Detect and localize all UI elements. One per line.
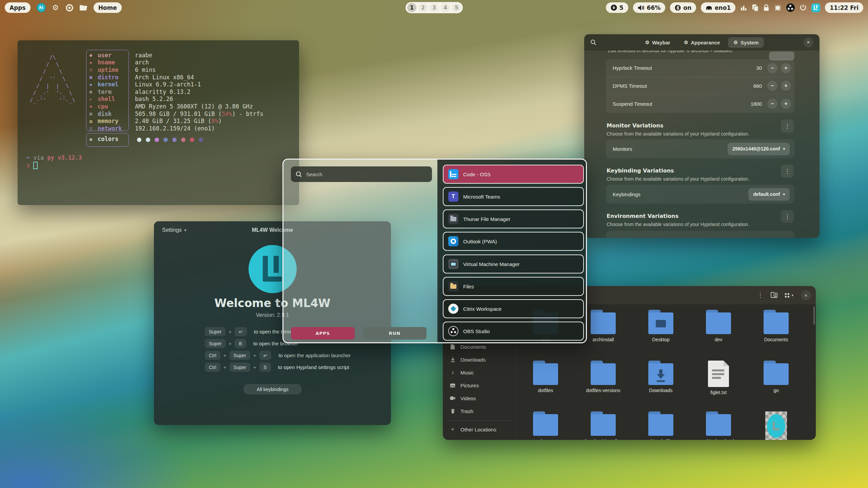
kebab-menu-icon[interactable]: ⋮ [781,165,794,178]
updates-icon [611,4,617,11]
app-item-files[interactable]: Files [443,277,584,296]
settings-gear-icon[interactable]: ⚙ [52,4,60,12]
app-item-code-oss[interactable]: Code - OSS [443,165,584,184]
starburst-icon[interactable] [774,4,782,12]
fastfetch-output: ●userraabe ▪hnamearch ◷uptime6 mins ▦dis… [90,52,263,132]
sidebar-item-pictures[interactable]: Pictures [446,380,513,391]
apps-mode-button[interactable]: APPS [291,327,355,340]
close-icon[interactable]: × [801,290,811,300]
file-tile[interactable]: Documents [747,304,805,355]
terminal-window[interactable]: /\ / \ / \ / '' \ / | | \ / _-' '-_ \ /_… [18,40,299,205]
sidebar-item-music[interactable]: ♪ Music [446,367,513,378]
chevron-down-icon: ▾ [783,147,785,151]
clipboard-icon[interactable] [752,4,758,12]
key-chip: Super [230,351,250,360]
file-tile[interactable]: ml4w-hyprland [690,406,747,440]
browser-chrome-icon[interactable] [65,4,74,12]
view-toggle-button[interactable]: ▾ [785,293,793,298]
app-item-outlook[interactable]: Outlook (PWA) [443,232,584,251]
sidebar-item-videos[interactable]: Videos [446,392,513,404]
minus-button[interactable]: − [767,63,777,73]
timeout-value: 1800 [751,101,762,107]
timeout-label: Hyprlock Timeout [613,65,652,71]
workspace-5[interactable]: 5 [452,3,461,12]
picture-icon [450,383,456,388]
sidebar-item-other-locations[interactable]: + Other Locations [446,424,513,435]
file-tile[interactable]: hyprland-installer [574,406,632,440]
workspace-3[interactable]: 3 [430,3,439,12]
environment-variations-title: Environment Variations [607,213,678,219]
plus-button[interactable]: + [781,63,791,73]
tab-appearance[interactable]: ⚙Appearance [678,37,725,48]
tab-system[interactable]: ⚙System [728,37,764,48]
terminal-icon: ▣ [90,89,98,94]
scrollbar[interactable] [813,306,815,325]
bluetooth-widget[interactable]: on [670,2,696,13]
kebab-menu-icon[interactable]: ⋮ [781,120,794,133]
ml4w-update-icon[interactable]: AI [37,3,46,12]
file-tile[interactable]: ml4w-dotfiles [632,406,690,440]
volume-widget[interactable]: 66% [633,2,666,13]
launcher-search[interactable] [291,166,432,182]
app-item-microsoft-teams[interactable]: T Microsoft Teams [443,187,584,206]
app-item-virtual-machine-manager[interactable]: Virtual Machine Manager [443,255,584,273]
file-tile[interactable]: Desktop [632,304,690,355]
home-button[interactable]: Home [94,2,122,13]
monitors-dropdown[interactable]: 868x488@120.conf▾ [728,143,790,155]
kebab-menu-icon[interactable]: ⋮ [757,291,763,299]
fetch-value: 2.40 GiB / 31.25 GiB (8%) [135,118,222,124]
file-tile[interactable]: go [747,355,805,406]
app-item-citrix-workspace[interactable]: Citrix Workspace [443,299,584,318]
lock-icon[interactable] [763,4,769,12]
timeout-label: Suspend Timeout [613,101,652,107]
file-tile[interactable]: hypr [517,406,574,440]
teams-icon: T [448,191,458,202]
minus-button[interactable]: − [767,81,777,91]
folder-icon [530,411,561,436]
fetch-label: kernel [98,81,130,88]
workspace-2[interactable]: 2 [418,3,428,12]
clock-widget[interactable]: 11:22 Fri [825,2,863,13]
sidebar-item-downloads[interactable]: Downloads [446,354,513,365]
fetch-value: AMD Ryzen 5 3600XT (12) @ 3.80 GHz [135,103,253,110]
thunar-icon [448,214,458,224]
ml4w-logo-tray-icon[interactable] [811,3,820,12]
minus-button[interactable]: − [767,99,777,109]
workspace-1[interactable]: 1 [407,3,416,12]
app-item-obs-studio[interactable]: OBS Studio [443,322,584,341]
run-mode-button[interactable]: RUN [363,327,427,340]
stats-chart-icon[interactable] [740,4,747,11]
file-tile[interactable]: figlet.txt [690,355,747,406]
key-chip: Super [205,339,225,348]
file-manager-folder-icon[interactable] [79,4,87,12]
settings-headerbar[interactable]: ⚙Waybar ⚙Appearance ⚙System × [584,34,820,50]
sidebar-item-trash[interactable]: Trash [446,405,513,417]
search-folder-icon[interactable] [771,292,777,298]
plus-button[interactable]: + [781,81,791,91]
keybindings-dropdown[interactable]: default.conf▾ [748,188,790,201]
file-tile[interactable]: dotfiles [517,355,574,406]
app-item-thunar[interactable]: Thunar File Manager [443,209,584,228]
file-tile[interactable]: Downloads [632,355,690,406]
monitors-label: Monitors [613,146,632,152]
tab-waybar[interactable]: ⚙Waybar [640,37,676,48]
updates-widget[interactable]: 5 [606,2,628,13]
colors-label: colors [98,136,130,142]
kebab-menu-icon[interactable]: ⋮ [781,210,794,223]
network-widget[interactable]: eno1 [701,2,735,13]
file-tile[interactable]: ml4w.png [747,406,805,440]
apps-button[interactable]: Apps [5,2,31,13]
fetch-label: user [98,52,130,59]
file-tile[interactable]: dev [690,304,747,355]
terminal-cursor[interactable] [33,162,38,169]
file-tile[interactable]: dotfiles-versions [574,355,632,406]
plus-button[interactable]: + [781,99,791,109]
hyprlock-timeout-row: Hyprlock Timeout 30 − + [606,59,794,77]
search-input[interactable] [306,171,421,177]
chevron-down-icon: ▾ [791,293,793,298]
workspace-4[interactable]: 4 [441,3,450,12]
welcome-settings-menu[interactable]: Settings▾ [162,227,186,233]
obs-tray-icon[interactable] [786,3,795,12]
all-keybindings-button[interactable]: All keybindings [243,384,302,394]
power-icon[interactable] [800,4,807,11]
